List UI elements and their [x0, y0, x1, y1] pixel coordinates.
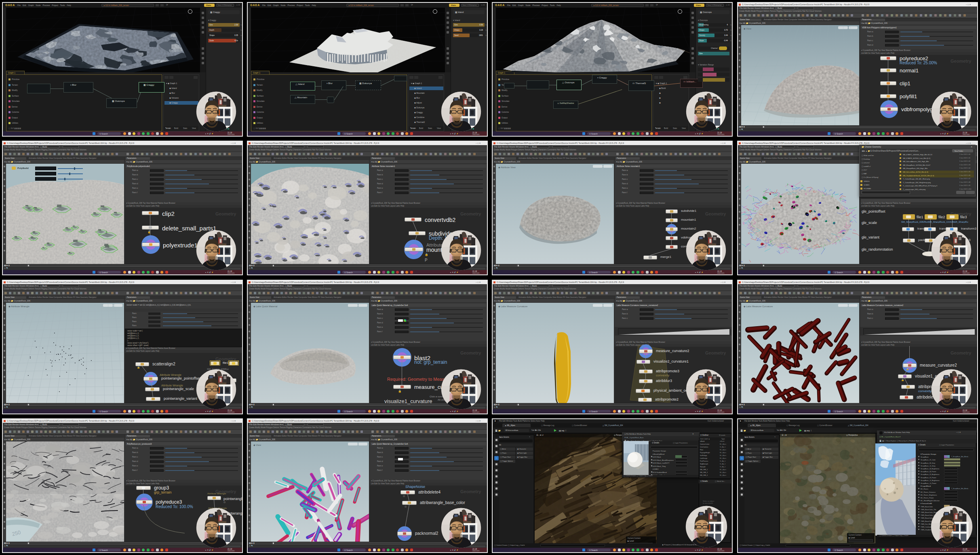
svg-text:250: 250: [11, 529, 21, 537]
